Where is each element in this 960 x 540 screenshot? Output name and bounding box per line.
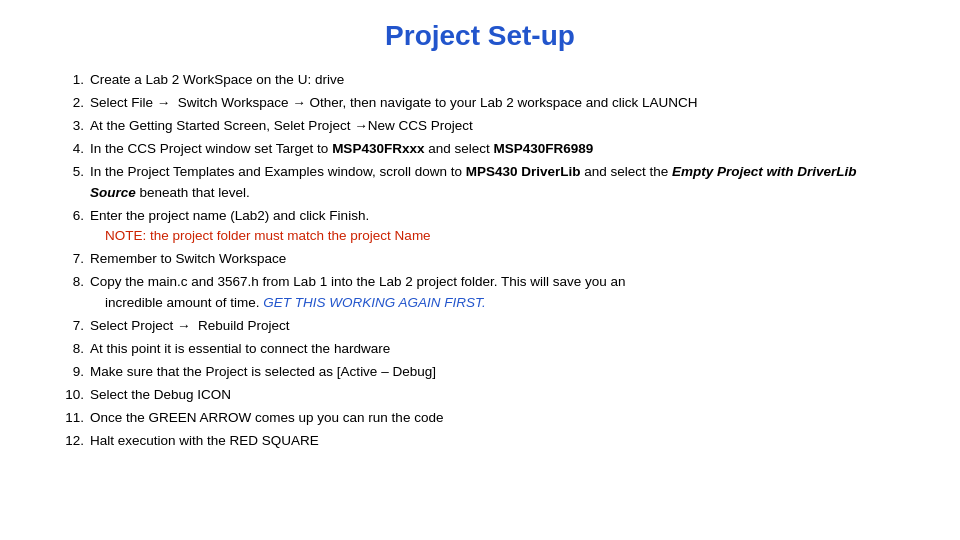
item-number: 9. bbox=[60, 362, 90, 383]
item-text: Once the GREEN ARROW comes up you can ru… bbox=[90, 408, 443, 429]
list-item: 4. In the CCS Project window set Target … bbox=[60, 139, 900, 160]
item-text: Select File → Switch Workspace → Other, … bbox=[90, 93, 698, 114]
item-number: 6. bbox=[60, 206, 90, 227]
item-number: 2. bbox=[60, 93, 90, 114]
list-item: 8. Copy the main.c and 3567.h from Lab 1… bbox=[60, 272, 900, 314]
item-text: At this point it is essential to connect… bbox=[90, 339, 390, 360]
list-item: 6. Enter the project name (Lab2) and cli… bbox=[60, 206, 900, 248]
item-text: In the Project Templates and Examples wi… bbox=[90, 162, 900, 204]
item-text: At the Getting Started Screen, Selet Pro… bbox=[90, 116, 473, 137]
list-item: 3. At the Getting Started Screen, Selet … bbox=[60, 116, 900, 137]
list-item: 11. Once the GREEN ARROW comes up you ca… bbox=[60, 408, 900, 429]
item-text: Select the Debug ICON bbox=[90, 385, 231, 406]
bold-text: MSP430FRxxx bbox=[332, 141, 424, 156]
bold-text: MPS430 DriverLib bbox=[466, 164, 581, 179]
item-number: 8. bbox=[60, 339, 90, 360]
list-item: 7. Select Project → Rebuild Project bbox=[60, 316, 900, 337]
list-item: 9. Make sure that the Project is selecte… bbox=[60, 362, 900, 383]
item-text: Select Project → Rebuild Project bbox=[90, 316, 290, 337]
item-text: Halt execution with the RED SQUARE bbox=[90, 431, 319, 452]
bold-text: MSP430FR6989 bbox=[493, 141, 593, 156]
item-number: 8. bbox=[60, 272, 90, 293]
item-number: 11. bbox=[60, 408, 90, 429]
page-title: Project Set-up bbox=[60, 20, 900, 52]
item-text: Copy the main.c and 3567.h from Lab 1 in… bbox=[90, 272, 626, 314]
item-number: 1. bbox=[60, 70, 90, 91]
item-number: 7. bbox=[60, 316, 90, 337]
item-number: 3. bbox=[60, 116, 90, 137]
blue-text: GET THIS WORKING AGAIN FIRST. bbox=[263, 295, 486, 310]
item-number: 5. bbox=[60, 162, 90, 183]
list-item: 5. In the Project Templates and Examples… bbox=[60, 162, 900, 204]
item-text: Enter the project name (Lab2) and click … bbox=[90, 206, 431, 248]
list-item: 10. Select the Debug ICON bbox=[60, 385, 900, 406]
item-number: 10. bbox=[60, 385, 90, 406]
list-item: 8. At this point it is essential to conn… bbox=[60, 339, 900, 360]
note-text: NOTE: the project folder must match the … bbox=[90, 228, 431, 243]
list-item: 7. Remember to Switch Workspace bbox=[60, 249, 900, 270]
list-item: 12. Halt execution with the RED SQUARE bbox=[60, 431, 900, 452]
page: Project Set-up 1. Create a Lab 2 WorkSpa… bbox=[0, 0, 960, 540]
item-text: In the CCS Project window set Target to … bbox=[90, 139, 593, 160]
content-area: 1. Create a Lab 2 WorkSpace on the U: dr… bbox=[60, 70, 900, 452]
list-item: 2. Select File → Switch Workspace → Othe… bbox=[60, 93, 900, 114]
item-text: Create a Lab 2 WorkSpace on the U: drive bbox=[90, 70, 344, 91]
item-number: 7. bbox=[60, 249, 90, 270]
item-number: 4. bbox=[60, 139, 90, 160]
item-text: Make sure that the Project is selected a… bbox=[90, 362, 436, 383]
list-item: 1. Create a Lab 2 WorkSpace on the U: dr… bbox=[60, 70, 900, 91]
instructions-list: 1. Create a Lab 2 WorkSpace on the U: dr… bbox=[60, 70, 900, 452]
item-text: Remember to Switch Workspace bbox=[90, 249, 286, 270]
item-number: 12. bbox=[60, 431, 90, 452]
